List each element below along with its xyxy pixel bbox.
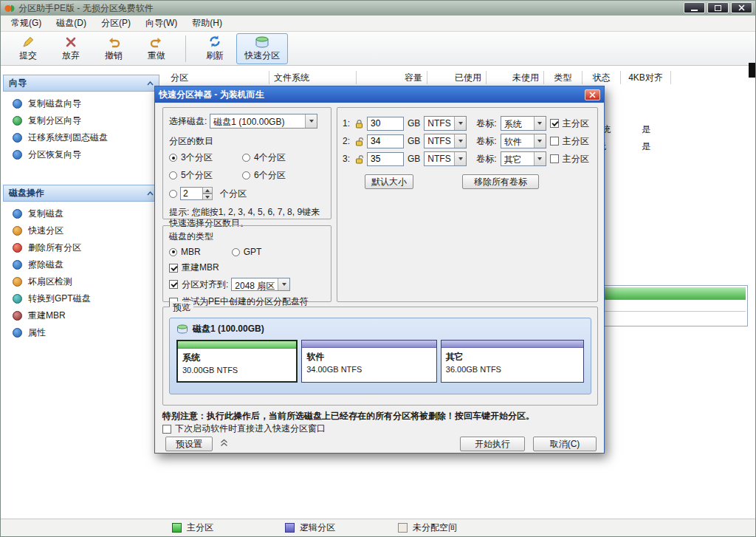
- sidebar-item-properties[interactable]: 属性: [3, 324, 159, 341]
- filesystem-select[interactable]: NTFS: [424, 116, 467, 131]
- disk-type-group: 磁盘的类型 MBR GPT 重建MBR 分区对齐到: 2048 扇区 尝试为PE…: [162, 225, 331, 302]
- menu-disk[interactable]: 磁盘(D): [49, 15, 94, 32]
- sidebar-item-convert-gpt[interactable]: 转换到GPT磁盘: [3, 290, 159, 307]
- menu-help[interactable]: 帮助(H): [185, 15, 230, 32]
- volume-label-select[interactable]: 系统: [501, 116, 546, 131]
- filesystem-select[interactable]: NTFS: [424, 151, 467, 166]
- sidebar-item-quick-partition[interactable]: 快速分区: [3, 222, 159, 239]
- column-header-used[interactable]: 已使用: [427, 71, 487, 84]
- sidebar-item-copy-disk[interactable]: 复制磁盘: [3, 205, 159, 222]
- chevron-down-icon: [454, 117, 466, 130]
- column-header-status[interactable]: 状态: [583, 71, 621, 84]
- partition-size-input[interactable]: [367, 134, 404, 148]
- quick-partition-sidebar-icon: [13, 226, 22, 236]
- maximize-button[interactable]: [707, 2, 729, 13]
- stepper-down-button[interactable]: [202, 194, 213, 200]
- column-header-4kb-align[interactable]: 4KB对齐: [621, 71, 671, 84]
- disk-select[interactable]: 磁盘1 (100.00GB): [210, 114, 317, 129]
- lock-open-icon[interactable]: [355, 137, 363, 146]
- minimize-icon: [691, 10, 698, 11]
- menu-general[interactable]: 常规(G): [4, 15, 49, 32]
- radio-label: 5个分区: [181, 169, 213, 182]
- sidebar-item-migrate-os[interactable]: 迁移系统到固态磁盘: [3, 129, 159, 146]
- stepper-up-button[interactable]: [202, 187, 213, 194]
- redo-button[interactable]: 重做: [135, 33, 178, 64]
- radio-6-partitions[interactable]: 6个分区: [242, 169, 315, 182]
- skip-dialog-checkbox[interactable]: 下次启动软件时直接进入快速分区窗口: [162, 423, 326, 435]
- sidebar-section-wizard[interactable]: 向导: [3, 75, 159, 92]
- close-button[interactable]: [731, 2, 752, 13]
- preset-button[interactable]: 预设置: [165, 437, 213, 451]
- custom-count-stepper[interactable]: [180, 187, 213, 200]
- rebuild-mbr-checkbox[interactable]: 重建MBR: [169, 261, 325, 274]
- checkbox-label: 重建MBR: [182, 261, 219, 274]
- collapse-chevron-icon[interactable]: [147, 81, 154, 86]
- submit-button[interactable]: 提交: [7, 33, 49, 64]
- column-header-capacity[interactable]: 容量: [357, 71, 427, 84]
- sidebar-item-delete-all-partitions[interactable]: 删除所有分区: [3, 239, 159, 256]
- refresh-button[interactable]: 刷新: [193, 33, 236, 64]
- volume-label-select[interactable]: 软件: [501, 134, 546, 148]
- collapse-chevron-icon[interactable]: [147, 191, 154, 196]
- sidebar-item-copy-partition-wizard[interactable]: 复制分区向导: [3, 112, 159, 129]
- radio-label: GPT: [244, 247, 262, 257]
- partition-info: 36.00GB NTFS: [441, 363, 583, 374]
- start-button[interactable]: 开始执行: [460, 437, 525, 451]
- scrollbar-thumb[interactable]: [749, 63, 755, 78]
- primary-checkbox[interactable]: 主分区: [550, 135, 589, 148]
- preview-partition-software[interactable]: 软件 34.00GB NTFS: [301, 340, 437, 383]
- sidebar-section-disk-ops[interactable]: 磁盘操作: [3, 185, 159, 202]
- column-header-type[interactable]: 类型: [544, 71, 583, 84]
- radio-label: 6个分区: [254, 169, 286, 182]
- disk-ops-section-title: 磁盘操作: [9, 187, 44, 199]
- disk-count-group: 选择磁盘: 磁盘1 (100.00GB) 分区的数目 3个分区 4个分区 5个分…: [162, 107, 331, 219]
- custom-count-input[interactable]: [180, 187, 202, 200]
- discard-button[interactable]: 放弃: [49, 33, 92, 64]
- radio-mbr[interactable]: MBR: [169, 247, 201, 257]
- sidebar-item-partition-recovery[interactable]: 分区恢复向导: [3, 146, 159, 163]
- menu-partition[interactable]: 分区(P): [94, 15, 138, 32]
- radio-5-partitions[interactable]: 5个分区: [169, 169, 242, 182]
- align-checkbox[interactable]: 分区对齐到:: [169, 278, 228, 291]
- undo-button[interactable]: 撤销: [92, 33, 135, 64]
- sidebar-item-wipe-disk[interactable]: 擦除磁盘: [3, 256, 159, 273]
- primary-checkbox[interactable]: 主分区: [550, 153, 589, 165]
- lock-closed-icon[interactable]: [355, 119, 363, 129]
- primary-checkbox[interactable]: 主分区: [550, 117, 589, 130]
- menu-bar: 常规(G) 磁盘(D) 分区(P) 向导(W) 帮助(H): [1, 16, 755, 32]
- menu-wizard[interactable]: 向导(W): [138, 15, 185, 32]
- partition-size-input[interactable]: [367, 152, 404, 166]
- sidebar-item-label: 删除所有分区: [28, 242, 81, 254]
- radio-3-partitions[interactable]: 3个分区: [169, 151, 242, 164]
- preview-partition-other[interactable]: 其它 36.00GB NTFS: [441, 340, 584, 383]
- column-header-unused[interactable]: 未使用: [487, 71, 544, 84]
- dialog-close-button[interactable]: [585, 89, 600, 100]
- cancel-button[interactable]: 取消(C): [533, 437, 597, 451]
- radio-4-partitions[interactable]: 4个分区: [242, 151, 315, 164]
- filesystem-select[interactable]: NTFS: [424, 134, 467, 148]
- sidebar-item-bad-sector-check[interactable]: 坏扇区检测: [3, 273, 159, 290]
- column-header-partition[interactable]: 分区: [166, 71, 269, 84]
- align-select[interactable]: 2048 扇区: [231, 278, 290, 291]
- remove-all-labels-button[interactable]: 移除所有卷标: [462, 174, 539, 189]
- size-unit: GB: [408, 118, 420, 129]
- minimize-button[interactable]: [684, 2, 705, 13]
- partition-size-input[interactable]: [367, 117, 404, 131]
- collapse-double-chevron-icon[interactable]: [220, 439, 228, 447]
- quick-partition-button[interactable]: 快速分区: [236, 33, 288, 64]
- sidebar-item-copy-disk-wizard[interactable]: 复制磁盘向导: [3, 95, 159, 112]
- radio-gpt[interactable]: GPT: [232, 247, 262, 257]
- disk-icon: [176, 324, 188, 334]
- volume-label-select[interactable]: 其它: [501, 151, 546, 166]
- column-header-filesystem[interactable]: 文件系统: [269, 71, 357, 84]
- partition-name: 软件: [302, 348, 436, 363]
- sidebar-item-rebuild-mbr[interactable]: 重建MBR: [3, 307, 159, 324]
- delete-all-partitions-icon: [13, 243, 22, 253]
- maximize-icon: [715, 5, 721, 11]
- lock-open-icon[interactable]: [355, 154, 363, 164]
- default-size-button[interactable]: 默认大小: [365, 174, 413, 189]
- preview-partition-system[interactable]: 系统 30.00GB NTFS: [176, 340, 298, 383]
- radio-custom-count[interactable]: [169, 190, 177, 198]
- partition-color-strip: [441, 341, 583, 348]
- radio-icon: [169, 154, 177, 162]
